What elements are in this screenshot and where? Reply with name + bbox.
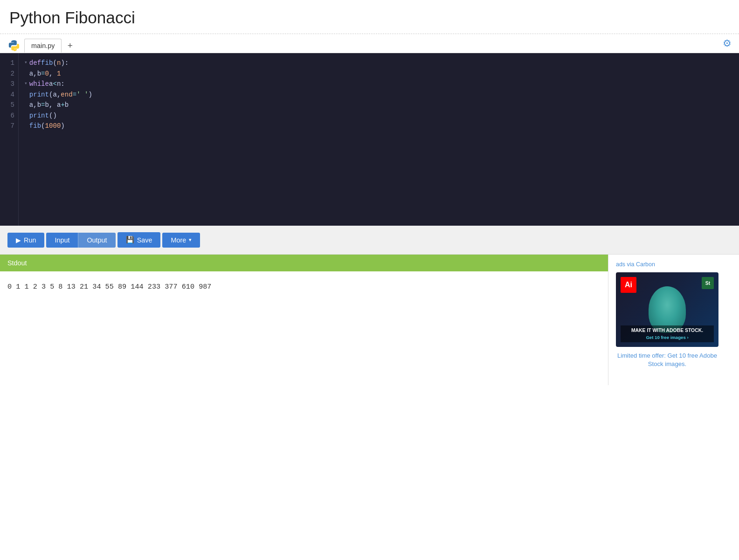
ads-label: ads via Carbon [616, 261, 732, 268]
input-output-group: Input Output [46, 233, 115, 248]
ad-image[interactable]: Ai St MAKE IT WITH ADOBE STOCK. Get 10 f… [616, 272, 718, 347]
gear-icon[interactable]: ⚙ [723, 38, 732, 49]
input-button[interactable]: Input [46, 233, 78, 248]
stdout-header: Stdout [0, 255, 608, 271]
python-icon [7, 39, 21, 52]
tab-main-py[interactable]: main.py [24, 39, 62, 53]
page-title: Python Fibonacci [0, 0, 739, 34]
ad-text-overlay: MAKE IT WITH ADOBE STOCK. Get 10 free im… [621, 325, 714, 342]
add-tab-button[interactable]: + [63, 39, 76, 52]
tab-bar: main.py + ⚙ [0, 34, 739, 53]
save-button[interactable]: 💾 Save [117, 232, 161, 248]
ads-panel: ads via Carbon Ai St MAKE IT WITH ADOBE … [608, 255, 739, 385]
editor-wrapper: main.py + ⚙ 1 2 3 4 5 6 7 ▾def fib(n): ▾… [0, 34, 739, 255]
stdout-panel: Stdout 0 1 1 2 3 5 8 13 21 34 55 89 144 … [0, 255, 608, 385]
ad-caption: Limited time offer: Get 10 free Adobe St… [616, 352, 718, 369]
line-numbers: 1 2 3 4 5 6 7 [0, 53, 19, 226]
chevron-down-icon: ▾ [189, 237, 192, 243]
save-icon: 💾 [126, 236, 134, 244]
run-icon: ▶ [16, 236, 21, 244]
more-button[interactable]: More ▾ [162, 233, 200, 248]
run-button[interactable]: ▶ Run [7, 233, 44, 248]
output-button[interactable]: Output [78, 233, 115, 248]
code-editor[interactable]: 1 2 3 4 5 6 7 ▾def fib(n): ▾ a, b = 0, 1… [0, 53, 739, 226]
output-section: Stdout 0 1 1 2 3 5 8 13 21 34 55 89 144 … [0, 255, 739, 385]
toolbar: ▶ Run Input Output 💾 Save More ▾ [0, 226, 739, 255]
stdout-content: 0 1 1 2 3 5 8 13 21 34 55 89 144 233 377… [0, 271, 608, 303]
code-content[interactable]: ▾def fib(n): ▾ a, b = 0, 1 ▾ while a < n… [19, 53, 739, 226]
